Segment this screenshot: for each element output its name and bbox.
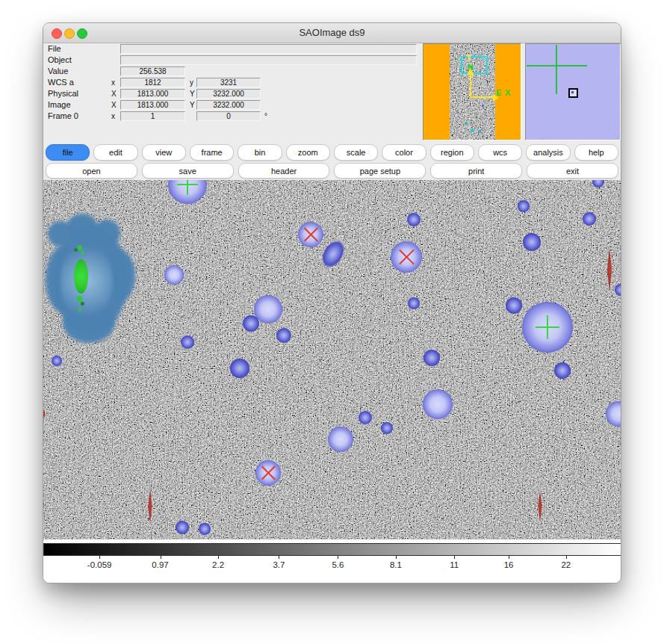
magnifier[interactable] <box>525 43 621 140</box>
degree-symbol: ° <box>264 111 267 121</box>
file-menu-button-header[interactable]: header <box>238 163 330 179</box>
window-title: SAOImage ds9 <box>43 23 621 43</box>
colorbar-tick-label: -0.059 <box>87 560 112 569</box>
menu-button-view[interactable]: view <box>142 144 186 161</box>
file-menu-button-open[interactable]: open <box>46 163 137 179</box>
colorbar-tick-label: 0.97 <box>152 560 168 569</box>
image-y-label: Y <box>190 100 195 110</box>
info-panel: File Object Value 256.538 WCS a x 1812 y… <box>43 43 462 143</box>
colorbar-tick <box>161 556 161 559</box>
star-blob <box>506 297 522 314</box>
compass-y-label: Y <box>466 54 471 62</box>
catalog-x-marker <box>260 465 276 481</box>
menu-button-edit[interactable]: edit <box>93 144 137 161</box>
image-x-label: X <box>111 100 117 110</box>
colorbar-tick <box>279 556 279 559</box>
file-menu-button-print[interactable]: print <box>430 163 522 179</box>
menu-button-zoom[interactable]: zoom <box>286 144 330 161</box>
frame-zoom-field: 1 <box>120 111 185 121</box>
colorbar-tick-label: 5.6 <box>332 560 344 569</box>
colorbar-tick-label: 22 <box>561 560 571 569</box>
file-menu-button-page-setup[interactable]: page setup <box>334 163 426 179</box>
star-blob <box>423 389 453 419</box>
image-label: Image <box>48 100 71 110</box>
panner-speck <box>474 52 475 53</box>
file-menu-button-save[interactable]: save <box>142 163 234 179</box>
menu-button-bin[interactable]: bin <box>238 144 282 161</box>
menu-button-analysis[interactable]: analysis <box>526 144 570 161</box>
colorbar-section: -0.0590.972.23.75.68.1111622 <box>43 539 621 583</box>
image-y-field: 3232.000 <box>196 100 261 110</box>
star-blob <box>164 265 184 285</box>
star-blob <box>408 297 420 309</box>
colorbar-tick <box>509 556 509 559</box>
frame-label: Frame 0 <box>48 111 78 121</box>
file-label: File <box>48 44 61 54</box>
panner-speck <box>471 129 474 132</box>
colorbar-tick-label: 2.2 <box>212 560 224 569</box>
saturated-core <box>74 259 88 294</box>
colorbar-tick-label: 8.1 <box>390 560 402 569</box>
catalog-x-marker <box>397 248 415 266</box>
colorbar-tick <box>99 556 100 559</box>
star-blob <box>518 200 530 212</box>
star-blob <box>359 411 372 424</box>
star-blob <box>523 233 541 251</box>
compass-y-axis <box>470 74 471 98</box>
star-blob <box>381 422 393 434</box>
magnifier-crosshair-v <box>556 45 557 94</box>
panner-viewport-rect[interactable] <box>461 56 488 74</box>
panner-speck <box>482 105 484 107</box>
pixel-value-field: 256.538 <box>120 66 185 76</box>
file-value-field <box>120 44 417 54</box>
panner-speck <box>486 80 488 81</box>
object-label: Object <box>48 55 72 65</box>
menu-button-scale[interactable]: scale <box>334 144 378 161</box>
star-blob <box>276 328 291 343</box>
physical-y-label: Y <box>190 89 195 99</box>
colorbar-tick <box>454 556 455 559</box>
object-value-field <box>120 55 417 65</box>
colorbar-tick <box>338 556 338 559</box>
physical-x-field: 1813.000 <box>120 89 185 99</box>
physical-label: Physical <box>48 89 78 99</box>
star-blob <box>407 213 421 226</box>
wcs-y-field: 3231 <box>196 78 261 87</box>
catalog-x-marker <box>302 226 319 243</box>
panner-speck <box>457 112 459 114</box>
wcs-x-field: 1812 <box>120 78 185 87</box>
panner-speck <box>465 122 468 125</box>
menu-button-help[interactable]: help <box>574 144 618 161</box>
file-menu-row: opensaveheaderpage setupprintexit <box>46 163 618 178</box>
menu-button-region[interactable]: region <box>430 144 474 161</box>
compass-north-label: N <box>468 64 474 72</box>
menu-button-wcs[interactable]: wcs <box>478 144 522 161</box>
physical-x-label: X <box>111 89 117 99</box>
magnifier-cursor-pixel <box>568 88 578 98</box>
image-x-field: 1813.000 <box>120 100 185 110</box>
title-bar[interactable]: SAOImage ds9 <box>43 23 621 43</box>
star-blob <box>181 335 194 349</box>
star-blob <box>583 212 596 226</box>
star-blob <box>615 284 621 296</box>
frame-x-label: x <box>111 111 115 121</box>
image-field[interactable] <box>43 180 621 539</box>
panner-speck <box>478 130 481 133</box>
menu-button-file[interactable]: file <box>46 144 90 161</box>
menu-button-color[interactable]: color <box>382 144 426 161</box>
colorbar-tick-label: 3.7 <box>273 560 285 569</box>
colorbar-scale[interactable] <box>43 543 621 556</box>
wcs-y-label: y <box>190 78 193 87</box>
saturated-galaxy-blob <box>44 212 140 346</box>
panner[interactable]: Y N E X <box>423 43 521 140</box>
star-blob <box>199 523 211 535</box>
colorbar-tick <box>566 556 567 559</box>
menu-button-frame[interactable]: frame <box>190 144 234 161</box>
menu-row: fileeditviewframebinzoomscalecolorregion… <box>46 144 618 161</box>
colorbar-tick <box>218 556 219 559</box>
file-menu-button-exit[interactable]: exit <box>527 163 618 179</box>
colorbar-tick <box>396 556 397 559</box>
star-blob <box>328 427 353 452</box>
crosshair-marker <box>536 316 559 338</box>
star-blob <box>52 356 62 366</box>
